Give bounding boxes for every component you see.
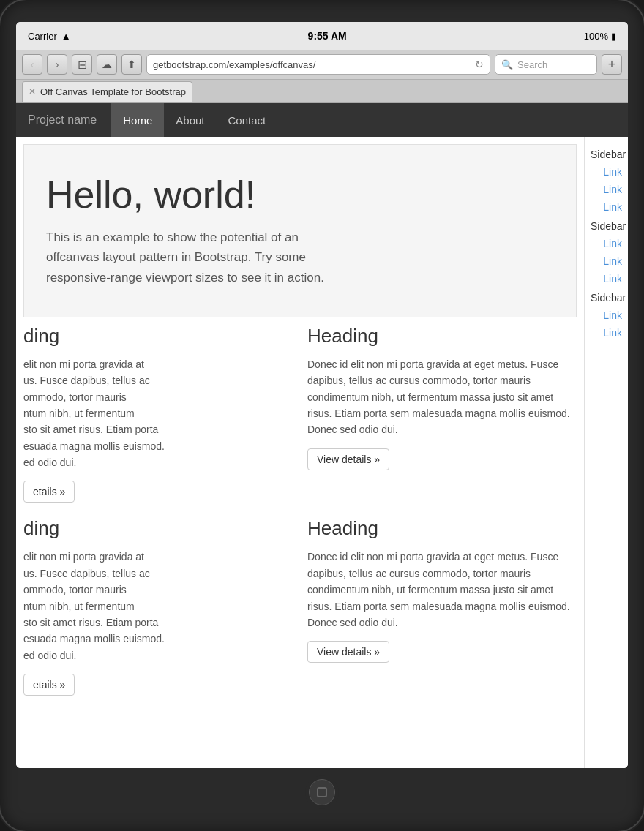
share-icon: ⬆ [127, 59, 136, 70]
content-col-4: Heading Donec id elit non mi porta gravi… [307, 517, 577, 696]
content-col-3: ding elit non mi porta gravida atus. Fus… [23, 517, 293, 696]
search-placeholder: Search [517, 59, 547, 70]
col2-heading: Heading [307, 325, 577, 347]
nav-home[interactable]: Home [111, 103, 164, 137]
battery-label: 100% [584, 31, 608, 42]
hero-section: Hello, world! This is an example to show… [23, 144, 577, 317]
status-bar: Carrier ▲ 9:55 AM 100% ▮ [16, 22, 628, 50]
reload-button[interactable]: ↻ [475, 59, 484, 70]
wifi-icon: ▲ [61, 31, 71, 42]
bookmarks-button[interactable]: ⊟ [72, 54, 92, 75]
sidebar-section-2: Sidebar Link Link Link [585, 216, 628, 287]
content-grid: ding elit non mi porta gravida atus. Fus… [16, 317, 584, 703]
url-bar[interactable]: getbootstrap.com/examples/offcanvas/ ↻ [146, 54, 490, 75]
browser-bar: ‹ › ⊟ ☁ ⬆ getbootstrap.com/examples/offc… [16, 50, 628, 80]
share-button[interactable]: ⬆ [121, 54, 142, 75]
col2-body: Donec id elit non mi porta gravida at eg… [307, 356, 577, 438]
nav-contact[interactable]: Contact [216, 103, 277, 137]
sidebar-heading-1: Sidebar [585, 144, 628, 163]
col3-heading: ding [23, 517, 293, 540]
site-nav: Project name Home About Contact [16, 103, 628, 137]
sidebar-link-2-1[interactable]: Link [585, 235, 628, 252]
nav-links: Home About Contact [111, 103, 277, 137]
hero-heading: Hello, world! [46, 174, 554, 216]
status-battery: 100% ▮ [584, 31, 616, 42]
col1-body: elit non mi porta gravida atus. Fusce da… [23, 356, 293, 471]
col3-body: elit non mi porta gravida atus. Fusce da… [23, 549, 293, 663]
icloud-button[interactable]: ☁ [97, 54, 117, 75]
col3-details-button[interactable]: etails » [23, 674, 75, 696]
url-text: getbootstrap.com/examples/offcanvas/ [153, 59, 315, 70]
bookmarks-icon: ⊟ [78, 58, 87, 72]
main-area: Hello, world! This is an example to show… [16, 137, 584, 768]
site-content: Hello, world! This is an example to show… [16, 137, 628, 768]
tab-title: Off Canvas Template for Bootstrap [40, 86, 186, 97]
status-carrier: Carrier ▲ [28, 31, 71, 42]
back-icon: ‹ [31, 59, 34, 70]
home-button[interactable] [305, 775, 339, 809]
forward-button[interactable]: › [47, 54, 67, 75]
content-col-2: Heading Donec id elit non mi porta gravi… [307, 325, 577, 503]
col4-details-button[interactable]: View details » [307, 641, 389, 663]
sidebar-link-1-3[interactable]: Link [585, 198, 628, 216]
col4-heading: Heading [307, 517, 577, 540]
content-col-1: ding elit non mi porta gravida atus. Fus… [23, 325, 293, 503]
battery-icon: ▮ [611, 31, 616, 42]
sidebar-heading-3: Sidebar [585, 287, 628, 307]
cloud-icon: ☁ [102, 59, 112, 70]
sidebar-link-2-3[interactable]: Link [585, 270, 628, 287]
col1-heading: ding [23, 325, 293, 347]
sidebar-link-3-2[interactable]: Link [585, 324, 628, 342]
home-button-inner [309, 779, 335, 805]
col1-details-button[interactable]: etails » [23, 481, 75, 503]
back-button[interactable]: ‹ [22, 54, 42, 75]
sidebar-link-1-1[interactable]: Link [585, 163, 628, 181]
sidebar-heading-2: Sidebar [585, 216, 628, 235]
home-button-icon [317, 787, 327, 797]
sidebar-link-3-1[interactable]: Link [585, 307, 628, 324]
sidebar: Sidebar Link Link Link Sidebar Link Link… [584, 137, 628, 768]
col4-body: Donec id elit non mi porta gravida at eg… [307, 549, 577, 631]
col2-details-button[interactable]: View details » [307, 448, 389, 470]
sidebar-link-2-2[interactable]: Link [585, 252, 628, 270]
browser-tab[interactable]: ✕ Off Canvas Template for Bootstrap [22, 81, 192, 102]
forward-icon: › [56, 59, 59, 70]
search-icon: 🔍 [501, 59, 513, 70]
tab-bar: ✕ Off Canvas Template for Bootstrap [16, 80, 628, 103]
nav-about[interactable]: About [164, 103, 216, 137]
add-tab-button[interactable]: + [602, 54, 622, 75]
sidebar-section-1: Sidebar Link Link Link [585, 144, 628, 216]
sidebar-section-3: Sidebar Link Link [585, 287, 628, 342]
ipad-frame: Carrier ▲ 9:55 AM 100% ▮ ‹ › ⊟ ☁ [0, 0, 644, 831]
status-time: 9:55 AM [308, 30, 347, 42]
hero-body: This is an example to show the potential… [46, 228, 353, 287]
browser-window: Carrier ▲ 9:55 AM 100% ▮ ‹ › ⊟ ☁ [16, 22, 628, 768]
site-brand: Project name [28, 113, 97, 127]
carrier-label: Carrier [28, 31, 57, 42]
sidebar-link-1-2[interactable]: Link [585, 181, 628, 198]
add-tab-icon: + [608, 57, 616, 72]
search-bar[interactable]: 🔍 Search [495, 54, 597, 75]
tab-close-button[interactable]: ✕ [29, 86, 36, 97]
